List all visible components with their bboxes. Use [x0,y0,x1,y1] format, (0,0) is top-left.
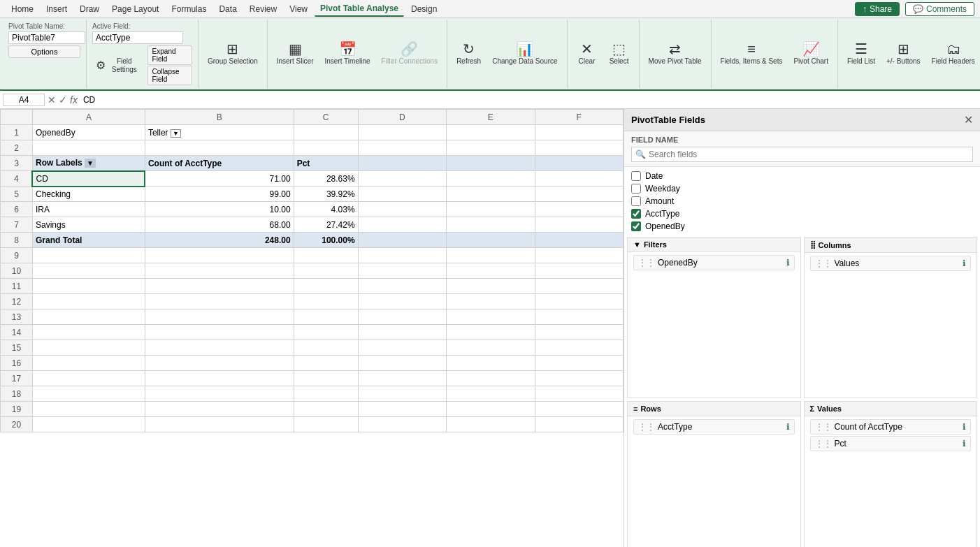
field-checkbox-date[interactable] [631,171,641,181]
cell-E2[interactable] [447,140,535,156]
cell-B15[interactable] [145,340,294,356]
cell-E15[interactable] [447,340,535,356]
cell-B3[interactable]: Count of AcctType [145,156,294,171]
cell-B8[interactable]: 248.00 [145,233,294,248]
row-header-17[interactable]: 17 [1,371,33,386]
cell-F11[interactable] [535,279,624,294]
col-header-e[interactable]: E [447,110,535,125]
cell-C20[interactable] [294,417,358,432]
row-header-13[interactable]: 13 [1,309,33,325]
cell-B12[interactable] [145,294,294,309]
info-icon[interactable]: ℹ [963,439,966,448]
cell-A11[interactable] [32,279,145,294]
cell-D20[interactable] [358,417,446,432]
cell-F5[interactable] [535,187,624,202]
cell-A3[interactable]: Row Labels ▼ [32,156,145,171]
cell-C1[interactable] [294,125,358,140]
cell-B19[interactable] [145,402,294,417]
cell-A2[interactable] [32,140,145,156]
col-header-c[interactable]: C [294,110,358,125]
field-checkbox-openedby[interactable] [631,221,641,231]
cell-E16[interactable] [447,356,535,371]
row-header-4[interactable]: 4 [1,171,33,187]
cell-D7[interactable] [358,217,446,233]
panel-item[interactable]: ⋮⋮Valuesℹ [810,256,972,271]
cell-C18[interactable] [294,386,358,402]
menu-view[interactable]: View [284,2,313,16]
cell-B5[interactable]: 99.00 [145,187,294,202]
row-header-11[interactable]: 11 [1,279,33,294]
cell-D12[interactable] [358,294,446,309]
menu-pivot-table-analyse[interactable]: Pivot Table Analyse [315,1,404,17]
menu-page-layout[interactable]: Page Layout [106,2,164,16]
move-pivot-table-button[interactable]: ⇄ Move Pivot Table [644,40,707,68]
menu-home[interactable]: Home [6,2,39,16]
cell-A13[interactable] [32,309,145,325]
menu-insert[interactable]: Insert [41,2,73,16]
menu-formulas[interactable]: Formulas [166,2,212,16]
options-button[interactable]: Options [8,45,80,58]
cell-D11[interactable] [358,279,446,294]
cell-F20[interactable] [535,417,624,432]
cell-D8[interactable] [358,233,446,248]
cell-D4[interactable] [358,171,446,187]
cell-D6[interactable] [358,202,446,217]
cell-E9[interactable] [447,248,535,263]
cell-D5[interactable] [358,187,446,202]
cell-A8[interactable]: Grand Total [32,233,145,248]
cell-E20[interactable] [447,417,535,432]
clear-button[interactable]: ✕ Clear [572,40,603,68]
cell-C10[interactable] [294,263,358,279]
row-header-1[interactable]: 1 [1,125,33,140]
row-header-18[interactable]: 18 [1,386,33,402]
cell-D10[interactable] [358,263,446,279]
cell-A16[interactable] [32,356,145,371]
row-header-9[interactable]: 9 [1,248,33,263]
row-header-8[interactable]: 8 [1,233,33,248]
cell-D16[interactable] [358,356,446,371]
cell-F1[interactable] [535,125,624,140]
formula-input[interactable] [80,94,977,105]
cell-B7[interactable]: 68.00 [145,217,294,233]
row-labels-dropdown[interactable]: ▼ [85,159,96,168]
panel-item[interactable]: ⋮⋮AcctTypeℹ [633,419,795,435]
cell-E11[interactable] [447,279,535,294]
cell-C17[interactable] [294,371,358,386]
row-header-15[interactable]: 15 [1,340,33,356]
confirm-formula-icon[interactable]: ✓ [59,94,67,105]
insert-timeline-button[interactable]: 📅 Insert Timeline [320,40,375,68]
cell-F10[interactable] [535,263,624,279]
cell-B10[interactable] [145,263,294,279]
cell-D2[interactable] [358,140,446,156]
cell-D3[interactable] [358,156,446,171]
cell-A15[interactable] [32,340,145,356]
field-settings-button[interactable]: ⚙ Field Settings [92,45,145,85]
panel-item[interactable]: ⋮⋮Count of AcctTypeℹ [810,419,972,435]
cell-A1[interactable]: OpenedBy [32,125,145,140]
cell-B11[interactable] [145,279,294,294]
refresh-button[interactable]: ↻ Refresh [452,40,486,68]
pivot-chart-button[interactable]: 📈 Pivot Chart [788,40,833,68]
pivot-name-input[interactable] [8,31,85,44]
cell-B9[interactable] [145,248,294,263]
cell-B18[interactable] [145,386,294,402]
cell-C7[interactable]: 27.42% [294,217,358,233]
cell-E19[interactable] [447,402,535,417]
info-icon[interactable]: ℹ [786,258,790,268]
cell-D9[interactable] [358,248,446,263]
cell-A18[interactable] [32,386,145,402]
cell-A14[interactable] [32,325,145,340]
cell-F12[interactable] [535,294,624,309]
cell-F4[interactable] [535,171,624,187]
cell-C9[interactable] [294,248,358,263]
row-header-14[interactable]: 14 [1,325,33,340]
field-checkbox-weekday[interactable] [631,184,641,194]
field-list-button[interactable]: ☰ Field List [842,40,880,68]
cell-F3[interactable] [535,156,624,171]
cell-A6[interactable]: IRA [32,202,145,217]
cell-C5[interactable]: 39.92% [294,187,358,202]
cell-D19[interactable] [358,402,446,417]
row-header-2[interactable]: 2 [1,140,33,156]
expand-field-button[interactable]: Expand Field [147,45,192,65]
cell-E13[interactable] [447,309,535,325]
